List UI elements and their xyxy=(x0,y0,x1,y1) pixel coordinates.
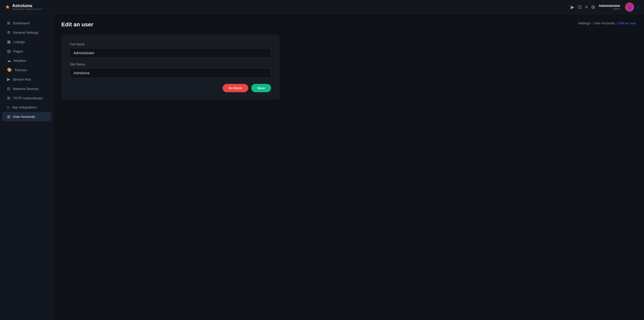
network-devices-icon: ⊟ xyxy=(7,86,10,91)
display-icon[interactable]: ⊡ xyxy=(578,4,582,10)
sidebar-item-themes[interactable]: 🎨 Themes xyxy=(2,65,51,74)
dashboard-icon: ⊞ xyxy=(7,21,10,25)
pages-icon: ▤ xyxy=(7,49,11,53)
layout: ⊞ Dashboard ⚙ General Settings ▦ Listing… xyxy=(0,14,644,320)
user-name: Administrator xyxy=(599,4,620,8)
full-name-group: Full Name xyxy=(70,42,271,58)
sidebar-item-label: Dashboard xyxy=(13,21,30,25)
video-icon[interactable]: ▶ xyxy=(571,4,574,10)
breadcrumb-sep-1: / xyxy=(592,21,593,25)
form-actions: Go Back Save xyxy=(70,84,271,92)
themes-icon: 🎨 xyxy=(7,68,12,72)
main-content: Edit an user Settings / User Accounts / … xyxy=(53,14,644,320)
app-integrations-icon: ⎋ xyxy=(7,105,9,109)
logo-title: Astroluma xyxy=(12,4,42,8)
breadcrumb-user-accounts[interactable]: User Accounts xyxy=(594,21,615,25)
chevron-right-icon[interactable]: › xyxy=(638,5,639,9)
logo[interactable]: ★ Astroluma Powered by Astroluma v1.0.0 xyxy=(5,4,42,11)
totp-icon: ⊞ xyxy=(7,96,10,100)
sidebar-item-user-accounts[interactable]: ◎ User Accounts xyxy=(2,112,51,121)
sidebar: ⊞ Dashboard ⚙ General Settings ▦ Listing… xyxy=(0,14,53,320)
settings-icon: ⚙ xyxy=(7,30,10,35)
sidebar-item-stream-hub[interactable]: ▶ Stream Hub xyxy=(2,75,51,84)
topnav: ★ Astroluma Powered by Astroluma v1.0.0 … xyxy=(0,0,644,14)
page-title: Edit an user xyxy=(61,21,93,28)
sidebar-item-general-settings[interactable]: ⚙ General Settings xyxy=(2,28,51,37)
logo-subtitle: Powered by Astroluma v1.0.0 xyxy=(12,8,42,10)
listings-icon: ▦ xyxy=(7,40,11,44)
sidebar-item-label: TOTP Authenticator xyxy=(13,96,43,100)
breadcrumb: Settings / User Accounts / Edit an user xyxy=(578,21,636,25)
sidebar-item-label: Network Devices xyxy=(13,87,39,91)
sidebar-item-totp-authenticator[interactable]: ⊞ TOTP Authenticator xyxy=(2,93,51,103)
topnav-right: ▶ ⊡ ≡ ⊞ Administrator admin 😈 › xyxy=(571,3,639,12)
sidebar-item-dashboard[interactable]: ⊞ Dashboard xyxy=(2,18,51,28)
avatar[interactable]: 😈 xyxy=(625,3,634,12)
breadcrumb-sep-2: / xyxy=(616,21,617,25)
sidebar-item-label: Listings xyxy=(13,40,25,44)
sidebar-item-app-integrations[interactable]: ⎋ App Integrations xyxy=(2,103,51,112)
full-name-input[interactable] xyxy=(70,48,271,58)
breadcrumb-settings[interactable]: Settings xyxy=(578,21,590,25)
sidebar-item-label: General Settings xyxy=(13,31,39,34)
weather-icon: ☁ xyxy=(7,58,11,63)
full-name-label: Full Name xyxy=(70,42,271,46)
sidebar-item-weather[interactable]: ☁ Weather xyxy=(2,56,51,65)
logo-star-icon: ★ xyxy=(5,4,10,10)
sidebar-item-label: App Integrations xyxy=(12,105,37,109)
sidebar-item-label: Pages xyxy=(13,49,23,53)
user-accounts-icon: ◎ xyxy=(7,114,10,119)
user-role: admin xyxy=(613,8,620,10)
edit-user-form-card: Full Name Site Name Go Back Save xyxy=(61,35,279,100)
site-name-input[interactable] xyxy=(70,68,271,78)
breadcrumb-edit-user: Edit an user xyxy=(618,21,636,25)
sidebar-item-listings[interactable]: ▦ Listings xyxy=(2,37,51,46)
site-name-group: Site Name xyxy=(70,62,271,78)
stream-hub-icon: ▶ xyxy=(7,77,10,82)
sidebar-item-pages[interactable]: ▤ Pages xyxy=(2,47,51,56)
sidebar-item-label: Themes xyxy=(14,68,27,72)
sidebar-item-network-devices[interactable]: ⊟ Network Devices xyxy=(2,84,51,93)
sidebar-item-label: User Accounts xyxy=(13,115,35,119)
page-header: Edit an user Settings / User Accounts / … xyxy=(61,21,636,28)
sidebar-item-label: Stream Hub xyxy=(13,78,31,81)
list-icon[interactable]: ≡ xyxy=(585,4,588,10)
sidebar-item-label: Weather xyxy=(13,59,26,63)
site-name-label: Site Name xyxy=(70,62,271,66)
go-back-button[interactable]: Go Back xyxy=(223,84,248,92)
grid-icon[interactable]: ⊞ xyxy=(591,4,595,10)
save-button[interactable]: Save xyxy=(251,84,271,92)
user-info: Administrator admin xyxy=(599,4,620,10)
